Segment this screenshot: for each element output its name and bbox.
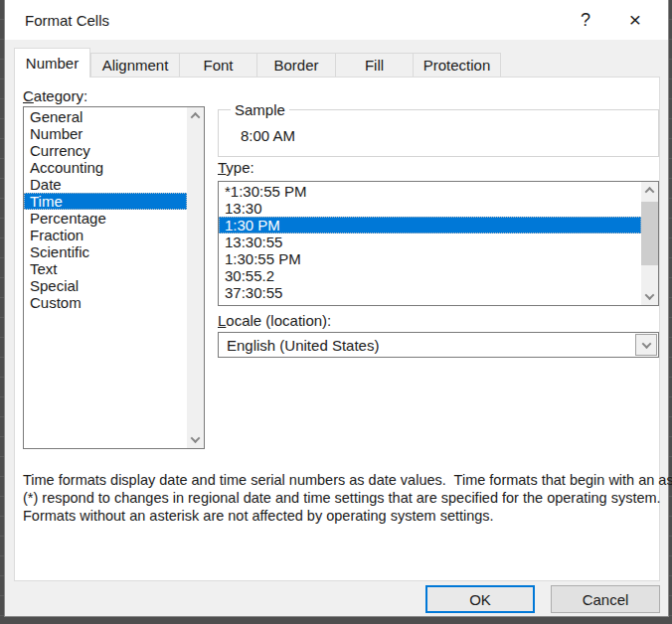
close-button[interactable]: × [610, 0, 660, 40]
cancel-button[interactable]: Cancel [551, 585, 660, 613]
ok-button[interactable]: OK [425, 585, 535, 613]
close-icon: × [629, 8, 641, 32]
tab-font[interactable]: Font [180, 53, 257, 78]
description-line: (*) respond to changes in regional date … [23, 489, 659, 507]
tab-label: Fill [365, 57, 384, 74]
dialog-title: Format Cells [5, 12, 109, 29]
combo-dropdown-button[interactable] [635, 334, 657, 356]
help-icon: ? [581, 10, 590, 31]
locale-combobox[interactable]: English (United States) [218, 332, 659, 358]
sample-groupbox: Sample 8:00 AM [218, 109, 659, 157]
locale-label: Locale (location): [218, 312, 331, 329]
description-line: Time formats display date and time seria… [23, 471, 659, 489]
tab-label: Number [26, 55, 79, 72]
sample-value: 8:00 AM [241, 127, 295, 144]
list-item[interactable]: Date [24, 176, 187, 193]
tab-protection[interactable]: Protection [414, 53, 501, 78]
category-scrollbar[interactable] [187, 107, 204, 448]
scroll-up-button[interactable] [187, 107, 204, 124]
list-item[interactable]: 1:30 PM [219, 217, 641, 234]
scroll-down-button[interactable] [641, 288, 658, 305]
app-background: Format Cells ? × Number Alignment Font B… [0, 0, 672, 624]
list-item[interactable]: Scientific [24, 243, 187, 260]
list-item[interactable]: *1:30:55 PM [219, 183, 641, 200]
category-label: Category: [23, 87, 87, 104]
dialog-titlebar: Format Cells ? × [5, 0, 668, 40]
scrollbar-thumb[interactable] [641, 202, 658, 265]
chevron-down-icon [645, 290, 655, 300]
locale-value: English (United States) [219, 337, 635, 354]
list-item[interactable]: Fraction [24, 227, 187, 243]
sample-group-label: Sample [231, 101, 289, 118]
list-item[interactable]: Time [24, 193, 187, 210]
description-line: Formats without an asterisk are not affe… [23, 507, 659, 525]
list-item[interactable]: 1:30:55 PM [219, 250, 641, 267]
list-item[interactable]: 30:55.2 [219, 267, 641, 284]
category-listbox: GeneralNumberCurrencyAccountingDateTimeP… [23, 106, 205, 449]
list-item[interactable]: 13:30:55 [219, 234, 641, 250]
type-label: Type: [218, 159, 254, 176]
chevron-up-icon [645, 187, 655, 197]
type-listbox: *1:30:55 PM13:301:30 PM13:30:551:30:55 P… [218, 181, 659, 306]
chevron-down-icon [641, 339, 651, 349]
list-item[interactable]: 13:30 [219, 200, 641, 217]
scroll-up-button[interactable] [641, 182, 658, 199]
list-item[interactable]: Percentage [24, 210, 187, 227]
help-button[interactable]: ? [561, 0, 610, 40]
list-item[interactable]: Special [24, 277, 187, 294]
tab-fill[interactable]: Fill [336, 53, 414, 78]
tab-number[interactable]: Number [14, 48, 90, 78]
tab-label: Protection [423, 57, 491, 74]
tab-border[interactable]: Border [257, 53, 336, 78]
category-list: GeneralNumberCurrencyAccountingDateTimeP… [24, 108, 187, 448]
tab-label: Alignment [102, 57, 169, 74]
list-item[interactable]: Currency [24, 142, 187, 159]
tab-label: Font [203, 57, 233, 74]
tab-label: Border [273, 57, 318, 74]
format-cells-dialog: Format Cells ? × Number Alignment Font B… [4, 0, 669, 617]
scroll-down-button[interactable] [187, 431, 204, 448]
list-item[interactable]: Number [24, 125, 187, 142]
titlebar-buttons: ? × [561, 0, 660, 40]
chevron-down-icon [191, 433, 201, 443]
chevron-up-icon [191, 112, 201, 122]
list-item[interactable]: Text [24, 260, 187, 277]
type-scrollbar[interactable] [641, 182, 658, 305]
list-item[interactable]: Accounting [24, 159, 187, 176]
format-description: Time formats display date and time seria… [23, 471, 659, 525]
type-list: *1:30:55 PM13:301:30 PM13:30:551:30:55 P… [219, 183, 641, 305]
list-item[interactable]: Custom [24, 294, 187, 311]
tab-alignment[interactable]: Alignment [90, 53, 180, 78]
list-item[interactable]: 37:30:55 [219, 284, 641, 301]
tab-strip: Number Alignment Font Border Fill Protec… [14, 48, 501, 78]
list-item[interactable]: General [24, 108, 187, 125]
